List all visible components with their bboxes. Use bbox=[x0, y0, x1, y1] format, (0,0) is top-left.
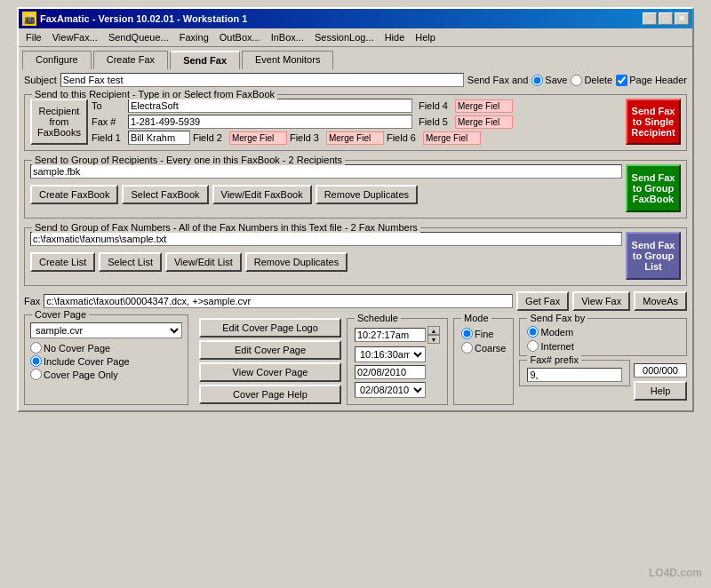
menu-hide[interactable]: Hide bbox=[379, 30, 411, 44]
send-list-button[interactable]: Send Fax to Group List bbox=[626, 232, 681, 280]
coarse-radio-label[interactable]: Coarse bbox=[461, 342, 506, 354]
faxbook-path-input[interactable] bbox=[30, 164, 622, 179]
view-faxbook-button[interactable]: View/Edit FaxBook bbox=[212, 185, 312, 204]
subject-label: Subject bbox=[24, 75, 57, 85]
cover-only-radio[interactable] bbox=[30, 369, 42, 380]
spin-up[interactable]: ▲ bbox=[427, 326, 440, 335]
view-cover-button[interactable]: View Cover Page bbox=[199, 362, 341, 382]
field3-input[interactable] bbox=[326, 131, 384, 145]
menu-viewfax[interactable]: ViewFax... bbox=[47, 30, 103, 44]
modem-radio[interactable] bbox=[527, 326, 539, 338]
no-cover-radio-label[interactable]: No Cover Page bbox=[30, 342, 182, 354]
title-bar: 📠 FaxAmatic - Version 10.02.01 - Worksta… bbox=[19, 9, 692, 28]
remove-duplicates-faxbook-button[interactable]: Remove Duplicates bbox=[316, 185, 418, 204]
menu-inbox[interactable]: InBox... bbox=[266, 30, 309, 44]
send-fax-and-label: Send Fax and bbox=[467, 75, 529, 85]
select-list-button[interactable]: Select List bbox=[99, 252, 162, 272]
include-cover-radio[interactable] bbox=[30, 355, 42, 367]
fine-radio[interactable] bbox=[461, 328, 473, 339]
to-row: To Field 4 bbox=[92, 99, 622, 113]
field3-label: Field 3 bbox=[290, 132, 324, 143]
faxbook-buttons: Create FaxBook Select FaxBook View/Edit … bbox=[30, 185, 622, 204]
help-button[interactable]: Help bbox=[634, 381, 687, 401]
tab-configure[interactable]: Configure bbox=[22, 51, 92, 69]
no-cover-radio[interactable] bbox=[30, 342, 42, 354]
minimize-button[interactable]: _ bbox=[643, 12, 657, 25]
window-title: FaxAmatic - Version 10.02.01 - Workstati… bbox=[40, 13, 247, 24]
coarse-radio[interactable] bbox=[461, 342, 473, 354]
menu-file[interactable]: File bbox=[20, 30, 47, 44]
menu-help[interactable]: Help bbox=[410, 30, 441, 44]
cover-page-select[interactable]: sample.cvr bbox=[30, 322, 182, 338]
cover-only-radio-label[interactable]: Cover Page Only bbox=[30, 369, 182, 380]
send-group-button[interactable]: Send Fax to Group FaxBook bbox=[626, 164, 681, 212]
schedule-date1-input[interactable] bbox=[355, 365, 426, 379]
save-radio[interactable] bbox=[531, 75, 543, 86]
restore-button[interactable]: □ bbox=[659, 12, 673, 25]
view-list-button[interactable]: View/Edit List bbox=[165, 252, 242, 272]
tab-create-fax[interactable]: Create Fax bbox=[93, 51, 168, 69]
schedule-time2-select[interactable]: 10:16:30am bbox=[355, 346, 426, 362]
cover-page-title: Cover Page bbox=[32, 309, 89, 320]
menu-sendqueue[interactable]: SendQueue... bbox=[103, 30, 174, 44]
move-as-button[interactable]: MoveAs bbox=[634, 291, 687, 311]
send-single-button[interactable]: Send Fax to Single Recipient bbox=[626, 99, 681, 145]
field6-input[interactable] bbox=[423, 131, 481, 145]
fax-prefix-box: Fax# prefix bbox=[519, 360, 630, 386]
faxbook-group-title: Send to Group of Recipients - Every one … bbox=[32, 155, 345, 165]
field5-input[interactable] bbox=[455, 115, 513, 129]
schedule-time1-row: ▲ ▼ bbox=[355, 326, 440, 344]
field6-label: Field 6 bbox=[387, 132, 420, 143]
modem-radio-label[interactable]: Modem bbox=[527, 326, 679, 338]
fax-list-buttons: Create List Select List View/Edit List R… bbox=[30, 252, 622, 272]
edit-cover-button[interactable]: Edit Cover Page bbox=[199, 340, 341, 360]
internet-radio[interactable] bbox=[527, 340, 539, 352]
send-by-box: Send Fax by Modem Internet bbox=[519, 318, 687, 356]
save-radio-label[interactable]: Save bbox=[531, 75, 567, 86]
select-faxbook-button[interactable]: Select FaxBook bbox=[122, 185, 208, 204]
view-fax-button[interactable]: View Fax bbox=[572, 291, 630, 311]
menu-outbox[interactable]: OutBox... bbox=[214, 30, 266, 44]
recipient-group-title: Send to this Recipient - Type in or Sele… bbox=[32, 89, 277, 99]
page-header-checkbox[interactable] bbox=[616, 75, 627, 86]
create-faxbook-button[interactable]: Create FaxBook bbox=[30, 185, 118, 204]
cover-radios: No Cover Page Include Cover Page Cover P… bbox=[30, 342, 182, 380]
include-cover-radio-label[interactable]: Include Cover Page bbox=[30, 355, 182, 367]
fax-number-input[interactable] bbox=[128, 115, 412, 129]
close-button[interactable]: ✕ bbox=[675, 12, 689, 25]
cover-buttons: Edit Cover Page Logo Edit Cover Page Vie… bbox=[199, 318, 341, 405]
schedule-date2-row: 02/08/2010 bbox=[355, 382, 440, 398]
page-header-checkbox-label[interactable]: Page Header bbox=[616, 75, 687, 86]
fax-list-path-input[interactable] bbox=[30, 232, 622, 246]
field4-input[interactable] bbox=[455, 99, 513, 113]
fine-radio-label[interactable]: Fine bbox=[461, 328, 506, 339]
fax-path-input[interactable] bbox=[44, 294, 513, 308]
menu-sessionlog[interactable]: SessionLog... bbox=[309, 30, 379, 44]
cover-help-button[interactable]: Cover Page Help bbox=[199, 385, 341, 404]
subject-input[interactable] bbox=[60, 73, 464, 87]
delete-radio[interactable] bbox=[571, 75, 582, 86]
schedule-time1-input[interactable] bbox=[355, 328, 426, 342]
field2-label: Field 2 bbox=[193, 132, 227, 143]
fax-number-label: Fax # bbox=[92, 116, 125, 127]
edit-cover-logo-button[interactable]: Edit Cover Page Logo bbox=[199, 318, 341, 338]
spin-down[interactable]: ▼ bbox=[427, 335, 440, 344]
internet-radio-label[interactable]: Internet bbox=[527, 340, 679, 352]
schedule-time1-spin[interactable]: ▲ ▼ bbox=[427, 326, 440, 344]
title-bar-left: 📠 FaxAmatic - Version 10.02.01 - Worksta… bbox=[22, 12, 247, 26]
field2-input[interactable] bbox=[229, 131, 287, 145]
schedule-date2-select[interactable]: 02/08/2010 bbox=[355, 382, 426, 398]
to-input[interactable] bbox=[128, 99, 412, 113]
title-buttons: _ □ ✕ bbox=[643, 12, 689, 25]
tab-send-fax[interactable]: Send Fax bbox=[170, 51, 240, 69]
recipient-from-button[interactable]: Recipient from FaxBooks bbox=[30, 99, 88, 145]
menu-faxing[interactable]: Faxing bbox=[174, 30, 214, 44]
create-list-button[interactable]: Create List bbox=[30, 252, 95, 272]
tab-event-monitors[interactable]: Event Monitors bbox=[242, 51, 333, 69]
get-fax-button[interactable]: Get Fax bbox=[516, 291, 569, 311]
bottom-row: Cover Page sample.cvr No Cover Page Incl… bbox=[24, 314, 687, 405]
field1-input[interactable] bbox=[128, 131, 190, 145]
delete-radio-label[interactable]: Delete bbox=[571, 75, 612, 86]
fax-prefix-input[interactable] bbox=[527, 368, 622, 382]
remove-duplicates-list-button[interactable]: Remove Duplicates bbox=[245, 252, 348, 272]
